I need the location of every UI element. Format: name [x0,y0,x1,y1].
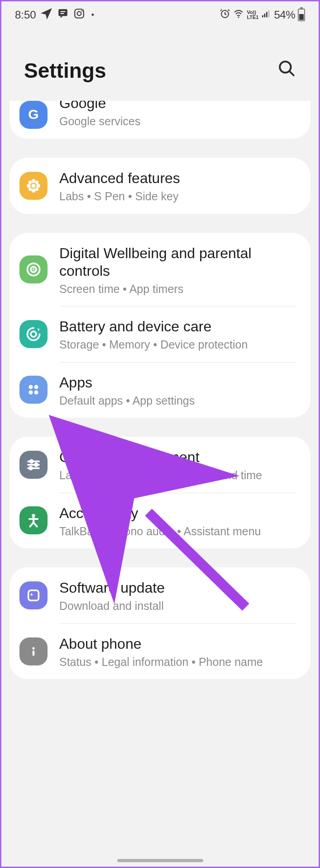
settings-header: Settings [1,27,319,101]
settings-item-text: Software updateDownload and install [59,577,301,613]
settings-group: Digital Wellbeing and parental controlsS… [10,233,310,418]
device-care-icon [19,320,48,348]
svg-point-29 [34,385,38,389]
settings-item-accessibility[interactable]: AccessibilityTalkBack • Mono audio • Ass… [10,493,310,549]
svg-point-18 [27,184,31,188]
svg-point-35 [35,463,38,466]
svg-rect-11 [268,10,270,18]
settings-item-text: About phoneStatus • Legal information • … [59,633,301,670]
accessibility-icon [19,506,48,534]
volte-icon: Vo))LTE1 [247,10,258,20]
settings-item-subtitle: Language and keyboard • Date and time [59,468,301,483]
svg-point-42 [32,647,34,649]
svg-rect-0 [58,9,67,16]
settings-item-apps[interactable]: AppsDefault apps • App settings [10,362,310,418]
settings-item-digital-wellbeing[interactable]: Digital Wellbeing and parental controlsS… [10,233,310,307]
settings-item-subtitle: Status • Legal information • Phone name [59,655,301,670]
svg-point-20 [29,181,32,184]
svg-point-19 [36,184,40,188]
svg-rect-8 [262,15,263,18]
settings-list[interactable]: GGoogleGoogle servicesAdvanced featuresL… [1,101,319,716]
settings-item-title: Digital Wellbeing and parental controls [59,245,301,280]
settings-item-advanced-features[interactable]: Advanced featuresLabs • S Pen • Side key [10,158,310,214]
settings-item-about-phone[interactable]: About phoneStatus • Legal information • … [10,623,310,679]
wellbeing-icon [19,255,48,283]
svg-point-17 [32,189,36,193]
settings-item-title: Accessibility [59,505,301,522]
status-bar: 8:50 • Vo))LTE1 54% [1,1,319,27]
settings-item-google[interactable]: GGoogleGoogle services [10,101,310,139]
settings-item-subtitle: Download and install [59,599,301,613]
settings-item-text: General managementLanguage and keyboard … [59,447,301,483]
svg-point-15 [32,184,36,188]
settings-item-text: AppsDefault apps • App settings [59,372,301,408]
svg-point-33 [30,460,33,462]
settings-group: Software updateDownload and installAbout… [10,567,310,679]
settings-item-title: Advanced features [59,170,301,187]
settings-item-subtitle: Storage • Memory • Device protection [59,337,301,352]
battery-percent: 54% [274,9,295,21]
svg-rect-9 [264,14,266,17]
svg-point-30 [29,391,33,395]
svg-point-22 [29,188,32,191]
settings-item-software-update[interactable]: Software updateDownload and install [10,567,310,623]
send-icon [41,8,53,22]
settings-item-text: Advanced featuresLabs • S Pen • Side key [59,168,301,204]
settings-item-text: AccessibilityTalkBack • Mono audio • Ass… [59,503,301,539]
settings-item-text: Digital Wellbeing and parental controlsS… [59,243,301,297]
svg-point-31 [34,391,38,395]
settings-item-subtitle: Google services [59,114,301,129]
settings-item-general-management[interactable]: General managementLanguage and keyboard … [10,437,310,493]
settings-group: GGoogleGoogle services [10,101,310,139]
settings-item-text: GoogleGoogle services [59,101,301,129]
svg-line-13 [290,71,294,75]
more-dot-icon: • [91,10,94,20]
svg-rect-39 [29,590,39,601]
svg-point-5 [81,10,82,12]
info-icon [19,637,48,665]
settings-item-title: About phone [59,635,301,653]
svg-point-4 [77,12,81,16]
instagram-icon [73,8,85,22]
svg-point-7 [238,17,239,18]
page-title: Settings [24,58,106,83]
settings-item-title: Google [59,101,301,112]
svg-point-16 [32,179,36,183]
alarm-icon [220,8,230,22]
svg-point-23 [35,188,39,191]
google-icon: G [19,101,48,129]
settings-item-title: Software update [59,579,301,597]
settings-group: General managementLanguage and keyboard … [10,437,310,548]
settings-item-title: General management [59,448,301,466]
settings-group: Advanced featuresLabs • S Pen • Side key [10,158,310,214]
apps-icon [19,376,48,404]
svg-point-21 [35,181,39,184]
svg-rect-43 [33,650,35,656]
settings-item-text: Battery and device careStorage • Memory … [59,316,301,352]
signal-icon [261,9,271,21]
svg-text:G: G [28,107,38,122]
wifi-icon [233,8,244,22]
settings-item-device-care[interactable]: Battery and device careStorage • Memory … [10,306,310,362]
settings-item-title: Battery and device care [59,318,301,335]
settings-item-subtitle: Labs • S Pen • Side key [59,189,301,204]
settings-item-subtitle: Default apps • App settings [59,393,301,408]
gear-flower-icon [19,172,48,200]
svg-point-27 [31,331,36,337]
svg-point-26 [33,269,35,271]
search-icon[interactable] [277,58,296,83]
sliders-icon [19,451,48,479]
settings-item-subtitle: Screen time • App timers [59,282,301,297]
battery-icon [298,9,305,21]
svg-rect-10 [266,12,267,17]
settings-item-subtitle: TalkBack • Mono audio • Assistant menu [59,524,301,539]
chat-icon [57,8,69,22]
update-icon [19,581,48,609]
svg-point-37 [29,467,32,469]
status-time: 8:50 [15,9,36,21]
svg-point-28 [29,385,33,389]
home-indicator [117,859,203,862]
settings-item-title: Apps [59,374,301,392]
